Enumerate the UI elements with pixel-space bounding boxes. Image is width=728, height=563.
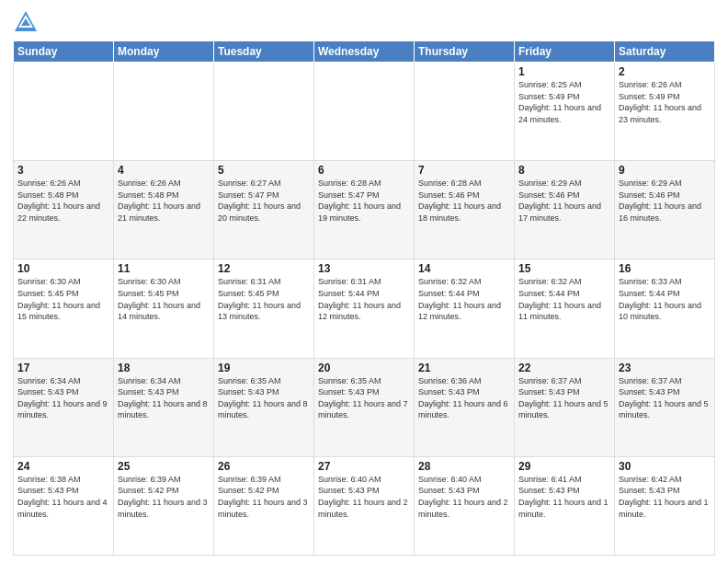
day-number: 27 (318, 460, 410, 473)
day-info: Sunrise: 6:37 AM Sunset: 5:43 PM Dayligh… (518, 375, 610, 421)
calendar-cell: 26Sunrise: 6:39 AM Sunset: 5:42 PM Dayli… (214, 456, 314, 555)
calendar-cell: 30Sunrise: 6:42 AM Sunset: 5:43 PM Dayli… (615, 456, 715, 555)
day-info: Sunrise: 6:32 AM Sunset: 5:44 PM Dayligh… (418, 276, 510, 322)
calendar-cell: 7Sunrise: 6:28 AM Sunset: 5:46 PM Daylig… (415, 161, 515, 259)
day-number: 16 (619, 262, 711, 275)
calendar-cell: 19Sunrise: 6:35 AM Sunset: 5:43 PM Dayli… (214, 358, 314, 456)
day-info: Sunrise: 6:40 AM Sunset: 5:43 PM Dayligh… (418, 474, 510, 520)
day-info: Sunrise: 6:27 AM Sunset: 5:47 PM Dayligh… (218, 178, 310, 224)
day-info: Sunrise: 6:30 AM Sunset: 5:45 PM Dayligh… (118, 276, 210, 322)
calendar-cell: 9Sunrise: 6:29 AM Sunset: 5:46 PM Daylig… (615, 161, 715, 259)
day-number: 21 (418, 362, 510, 374)
day-number: 20 (318, 362, 410, 374)
day-number: 28 (418, 460, 510, 473)
day-number: 11 (118, 262, 210, 275)
day-number: 10 (17, 262, 109, 275)
calendar-cell: 18Sunrise: 6:34 AM Sunset: 5:43 PM Dayli… (114, 358, 214, 456)
calendar-cell: 8Sunrise: 6:29 AM Sunset: 5:46 PM Daylig… (515, 161, 615, 259)
day-info: Sunrise: 6:35 AM Sunset: 5:43 PM Dayligh… (218, 375, 310, 421)
day-number: 14 (418, 262, 510, 275)
calendar-cell: 28Sunrise: 6:40 AM Sunset: 5:43 PM Dayli… (415, 456, 515, 555)
day-info: Sunrise: 6:26 AM Sunset: 5:48 PM Dayligh… (118, 178, 210, 224)
day-number: 13 (318, 262, 410, 275)
day-info: Sunrise: 6:32 AM Sunset: 5:44 PM Dayligh… (518, 276, 610, 322)
calendar-cell (214, 63, 314, 161)
calendar-cell (314, 63, 415, 161)
calendar-cell: 12Sunrise: 6:31 AM Sunset: 5:45 PM Dayli… (214, 259, 314, 358)
day-number: 25 (118, 460, 210, 473)
day-number: 18 (118, 362, 210, 374)
calendar-cell: 20Sunrise: 6:35 AM Sunset: 5:43 PM Dayli… (314, 358, 415, 456)
calendar-cell (114, 63, 214, 161)
day-info: Sunrise: 6:41 AM Sunset: 5:43 PM Dayligh… (518, 474, 610, 520)
day-number: 6 (318, 164, 410, 177)
calendar-cell: 24Sunrise: 6:38 AM Sunset: 5:43 PM Dayli… (14, 456, 114, 555)
day-number: 2 (619, 65, 711, 78)
calendar-cell (415, 63, 515, 161)
day-of-week-header: Sunday (14, 41, 114, 63)
calendar-cell: 11Sunrise: 6:30 AM Sunset: 5:45 PM Dayli… (114, 259, 214, 358)
logo (13, 9, 42, 35)
calendar-header-row: SundayMondayTuesdayWednesdayThursdayFrid… (14, 41, 715, 63)
calendar-week-row: 24Sunrise: 6:38 AM Sunset: 5:43 PM Dayli… (14, 456, 715, 555)
day-number: 24 (17, 460, 109, 473)
calendar-cell: 4Sunrise: 6:26 AM Sunset: 5:48 PM Daylig… (114, 161, 214, 259)
day-info: Sunrise: 6:31 AM Sunset: 5:45 PM Dayligh… (218, 276, 310, 322)
calendar: SundayMondayTuesdayWednesdayThursdayFrid… (13, 40, 715, 556)
calendar-cell: 1Sunrise: 6:25 AM Sunset: 5:49 PM Daylig… (515, 63, 615, 161)
day-info: Sunrise: 6:34 AM Sunset: 5:43 PM Dayligh… (17, 375, 109, 421)
header (13, 9, 715, 35)
calendar-cell: 27Sunrise: 6:40 AM Sunset: 5:43 PM Dayli… (314, 456, 415, 555)
day-number: 8 (518, 164, 610, 177)
day-info: Sunrise: 6:29 AM Sunset: 5:46 PM Dayligh… (518, 178, 610, 224)
day-number: 23 (619, 362, 711, 374)
calendar-cell: 21Sunrise: 6:36 AM Sunset: 5:43 PM Dayli… (415, 358, 515, 456)
day-info: Sunrise: 6:28 AM Sunset: 5:47 PM Dayligh… (318, 178, 410, 224)
calendar-cell: 22Sunrise: 6:37 AM Sunset: 5:43 PM Dayli… (515, 358, 615, 456)
day-info: Sunrise: 6:31 AM Sunset: 5:44 PM Dayligh… (318, 276, 410, 322)
day-number: 12 (218, 262, 310, 275)
calendar-cell: 16Sunrise: 6:33 AM Sunset: 5:44 PM Dayli… (615, 259, 715, 358)
calendar-cell: 23Sunrise: 6:37 AM Sunset: 5:43 PM Dayli… (615, 358, 715, 456)
day-number: 26 (218, 460, 310, 473)
day-number: 3 (17, 164, 109, 177)
calendar-cell: 14Sunrise: 6:32 AM Sunset: 5:44 PM Dayli… (415, 259, 515, 358)
day-info: Sunrise: 6:28 AM Sunset: 5:46 PM Dayligh… (418, 178, 510, 224)
calendar-week-row: 10Sunrise: 6:30 AM Sunset: 5:45 PM Dayli… (14, 259, 715, 358)
day-number: 15 (518, 262, 610, 275)
day-number: 9 (619, 164, 711, 177)
day-of-week-header: Saturday (615, 41, 715, 63)
logo-icon (13, 9, 39, 35)
day-info: Sunrise: 6:26 AM Sunset: 5:49 PM Dayligh… (619, 79, 711, 125)
page: SundayMondayTuesdayWednesdayThursdayFrid… (0, 0, 728, 563)
calendar-week-row: 1Sunrise: 6:25 AM Sunset: 5:49 PM Daylig… (14, 63, 715, 161)
day-info: Sunrise: 6:34 AM Sunset: 5:43 PM Dayligh… (118, 375, 210, 421)
day-info: Sunrise: 6:39 AM Sunset: 5:42 PM Dayligh… (118, 474, 210, 520)
day-number: 7 (418, 164, 510, 177)
day-number: 17 (17, 362, 109, 374)
day-of-week-header: Monday (114, 41, 214, 63)
day-info: Sunrise: 6:40 AM Sunset: 5:43 PM Dayligh… (318, 474, 410, 520)
day-of-week-header: Thursday (415, 41, 515, 63)
calendar-cell: 15Sunrise: 6:32 AM Sunset: 5:44 PM Dayli… (515, 259, 615, 358)
day-info: Sunrise: 6:36 AM Sunset: 5:43 PM Dayligh… (418, 375, 510, 421)
day-info: Sunrise: 6:30 AM Sunset: 5:45 PM Dayligh… (17, 276, 109, 322)
day-number: 19 (218, 362, 310, 374)
day-info: Sunrise: 6:42 AM Sunset: 5:43 PM Dayligh… (619, 474, 711, 520)
day-info: Sunrise: 6:38 AM Sunset: 5:43 PM Dayligh… (17, 474, 109, 520)
calendar-cell: 25Sunrise: 6:39 AM Sunset: 5:42 PM Dayli… (114, 456, 214, 555)
calendar-cell: 5Sunrise: 6:27 AM Sunset: 5:47 PM Daylig… (214, 161, 314, 259)
day-number: 4 (118, 164, 210, 177)
day-info: Sunrise: 6:26 AM Sunset: 5:48 PM Dayligh… (17, 178, 109, 224)
day-number: 22 (518, 362, 610, 374)
calendar-cell: 17Sunrise: 6:34 AM Sunset: 5:43 PM Dayli… (14, 358, 114, 456)
day-number: 29 (518, 460, 610, 473)
calendar-cell: 13Sunrise: 6:31 AM Sunset: 5:44 PM Dayli… (314, 259, 415, 358)
day-info: Sunrise: 6:29 AM Sunset: 5:46 PM Dayligh… (619, 178, 711, 224)
day-info: Sunrise: 6:35 AM Sunset: 5:43 PM Dayligh… (318, 375, 410, 421)
calendar-week-row: 17Sunrise: 6:34 AM Sunset: 5:43 PM Dayli… (14, 358, 715, 456)
day-of-week-header: Tuesday (214, 41, 314, 63)
day-number: 30 (619, 460, 711, 473)
day-info: Sunrise: 6:37 AM Sunset: 5:43 PM Dayligh… (619, 375, 711, 421)
calendar-cell: 3Sunrise: 6:26 AM Sunset: 5:48 PM Daylig… (14, 161, 114, 259)
